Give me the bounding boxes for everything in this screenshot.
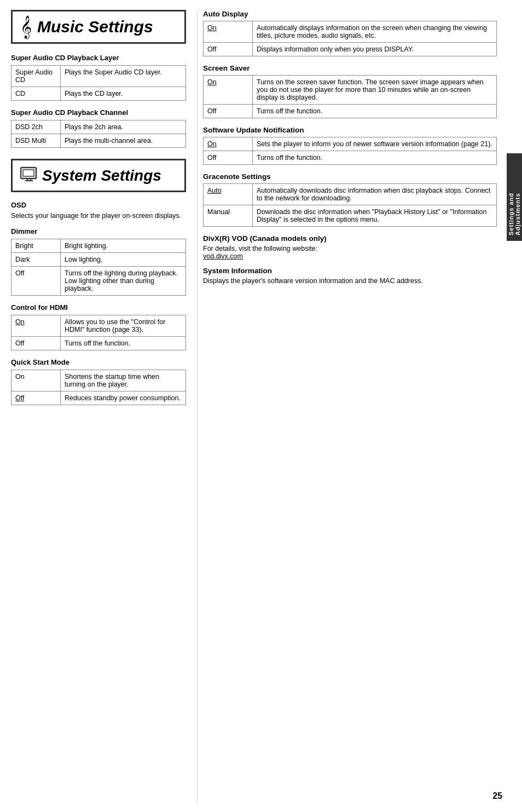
osd-description: Selects your language for the player on-… (11, 212, 186, 220)
music-settings-title: Music Settings (37, 18, 153, 36)
table-row: Off Turns off the lighting during playba… (11, 267, 186, 296)
auto-display-desc-1: Automatically displays information on th… (253, 21, 497, 43)
sacd-channel-option-2: DSD Multi (11, 134, 61, 148)
system-settings-header: System Settings (11, 159, 186, 192)
dimmer-table: Bright Bright lighting. Dark Low lightin… (11, 239, 186, 296)
table-row: Off Turns off the function. (204, 151, 497, 165)
dimmer-desc-3: Turns off the lighting during playback. … (61, 267, 186, 296)
software-update-option-1: On (204, 137, 253, 151)
gracenote-desc-1: Automatically downloads disc information… (253, 184, 497, 205)
gracenote-title: Gracenote Settings (203, 172, 497, 181)
page-number: 25 (492, 791, 502, 801)
sacd-layer-desc-2: Plays the CD layer. (61, 87, 186, 101)
software-update-table: On Sets the player to inform you of newe… (203, 137, 497, 165)
hdmi-title: Control for HDMI (11, 303, 186, 312)
screen-saver-option-1: On (204, 76, 253, 105)
table-row: On Turns on the screen saver function. T… (204, 76, 497, 105)
divx-desc-text: For details, visit the following website… (203, 245, 317, 252)
screen-saver-table: On Turns on the screen saver function. T… (203, 75, 497, 118)
software-update-desc-1: Sets the player to inform you of newer s… (253, 137, 497, 151)
table-row: Off Displays information only when you p… (204, 43, 497, 56)
screen-saver-title: Screen Saver (203, 64, 497, 72)
right-column: Auto Display On Automatically displays i… (197, 10, 497, 802)
system-info-description: Displays the player's software version i… (203, 277, 497, 285)
svg-rect-1 (23, 170, 34, 176)
hdmi-desc-1: Allows you to use the "Control for HDMI"… (61, 315, 186, 337)
table-row: Auto Automatically downloads disc inform… (204, 184, 497, 205)
table-row: DSD 2ch Plays the 2ch area. (11, 120, 186, 134)
table-row: Bright Bright lighting. (11, 239, 186, 253)
software-update-title: Software Update Notification (203, 126, 497, 134)
hdmi-desc-2: Turns off the function. (61, 337, 186, 350)
dimmer-desc-1: Bright lighting. (61, 239, 186, 253)
table-row: Manual Downloads the disc information wh… (204, 205, 497, 227)
divx-link[interactable]: vod.divx.com (203, 252, 243, 260)
sacd-channel-desc-2: Plays the multi-channel area. (61, 134, 186, 148)
table-row: On Sets the player to inform you of newe… (204, 137, 497, 151)
left-column: 𝄞 Music Settings Super Audio CD Playback… (11, 10, 197, 802)
sacd-layer-table: Super Audio CD Plays the Super Audio CD … (11, 65, 186, 101)
auto-display-title: Auto Display (203, 10, 497, 18)
table-row: On Shortens the startup time when turnin… (11, 370, 186, 391)
dimmer-desc-2: Low lighting. (61, 253, 186, 267)
auto-display-option-1: On (204, 21, 253, 43)
divx-section: DivX(R) VOD (Canada models only) For det… (203, 234, 497, 260)
sacd-channel-option-1: DSD 2ch (11, 120, 61, 134)
sacd-channel-table: DSD 2ch Plays the 2ch area. DSD Multi Pl… (11, 120, 186, 148)
sacd-channel-title: Super Audio CD Playback Channel (11, 108, 186, 117)
quick-start-desc-2: Reduces standby power consumption. (61, 391, 186, 405)
osd-title: OSD (11, 201, 186, 209)
table-row: On Automatically displays information on… (204, 21, 497, 43)
table-row: Dark Low lighting. (11, 253, 186, 267)
gracenote-option-2: Manual (204, 205, 253, 227)
auto-display-table: On Automatically displays information on… (203, 21, 497, 56)
quick-start-option-2: Off (11, 391, 61, 405)
quick-start-table: On Shortens the startup time when turnin… (11, 370, 186, 405)
auto-display-desc-2: Displays information only when you press… (253, 43, 497, 56)
system-info-title: System Information (203, 267, 497, 275)
software-update-option-2: Off (204, 151, 253, 165)
system-settings-title: System Settings (42, 167, 161, 185)
screen-saver-option-2: Off (204, 105, 253, 118)
software-update-desc-2: Turns off the function. (253, 151, 497, 165)
gracenote-table: Auto Automatically downloads disc inform… (203, 183, 497, 227)
quick-start-desc-1: Shortens the startup time when turning o… (61, 370, 186, 391)
table-row: Off Turns off the function. (204, 105, 497, 118)
dimmer-title: Dimmer (11, 227, 186, 235)
screen-saver-desc-2: Turns off the function. (253, 105, 497, 118)
screen-saver-section: Screen Saver On Turns on the screen save… (203, 64, 497, 118)
hdmi-option-1: On (11, 315, 61, 337)
sacd-layer-title: Super Audio CD Playback Layer (11, 54, 186, 62)
gracenote-desc-2: Downloads the disc information when "Pla… (253, 205, 497, 227)
table-row: Off Reduces standby power consumption. (11, 391, 186, 405)
hdmi-table: On Allows you to use the "Control for HD… (11, 315, 186, 350)
auto-display-section: Auto Display On Automatically displays i… (203, 10, 497, 56)
music-settings-header: 𝄞 Music Settings (11, 10, 186, 44)
dimmer-option-2: Dark (11, 253, 61, 267)
dimmer-option-3: Off (11, 267, 61, 296)
sacd-channel-desc-1: Plays the 2ch area. (61, 120, 186, 134)
music-icon: 𝄞 (20, 17, 32, 37)
dimmer-option-1: Bright (11, 239, 61, 253)
screen-saver-desc-1: Turns on the screen saver function. The … (253, 76, 497, 105)
divx-title: DivX(R) VOD (Canada models only) (203, 234, 497, 243)
gracenote-option-1: Auto (204, 184, 253, 205)
table-row: CD Plays the CD layer. (11, 87, 186, 101)
sacd-layer-desc-1: Plays the Super Audio CD layer. (61, 66, 186, 87)
system-info-section: System Information Displays the player's… (203, 267, 497, 285)
hdmi-option-2: Off (11, 337, 61, 350)
quick-start-option-1: On (11, 370, 61, 391)
sacd-layer-option-2: CD (11, 87, 61, 101)
side-tab: Settings and Adjustments (507, 153, 522, 241)
page-container: Settings and Adjustments 𝄞 Music Setting… (0, 0, 522, 812)
sacd-layer-option-1: Super Audio CD (11, 66, 61, 87)
auto-display-option-2: Off (204, 43, 253, 56)
side-tab-label: Settings and Adjustments (508, 159, 521, 235)
gracenote-section: Gracenote Settings Auto Automatically do… (203, 172, 497, 227)
software-update-section: Software Update Notification On Sets the… (203, 126, 497, 165)
system-icon (20, 166, 38, 185)
table-row: On Allows you to use the "Control for HD… (11, 315, 186, 337)
main-content: 𝄞 Music Settings Super Audio CD Playback… (0, 0, 507, 812)
table-row: Off Turns off the function. (11, 337, 186, 350)
table-row: Super Audio CD Plays the Super Audio CD … (11, 66, 186, 87)
